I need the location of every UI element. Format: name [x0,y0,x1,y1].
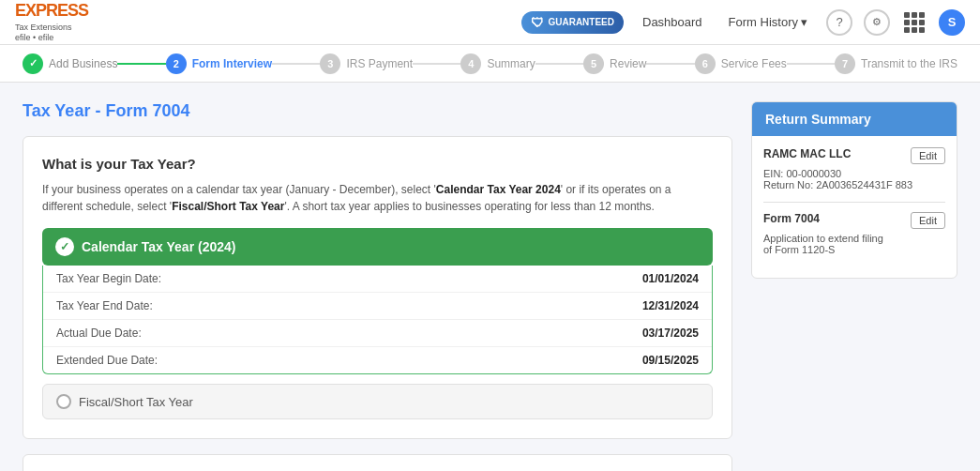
summary-body: RAMC MAC LLC Edit EIN: 00-0000030 Return… [752,136,957,278]
entity-return-no: Return No: 2A0036524431F 883 [763,179,945,190]
logo-text: EXPRESS [15,1,88,21]
dashboard-link[interactable]: Dashboard [635,11,710,33]
step-6-label: Service Fees [721,57,787,70]
form-edit-button[interactable]: Edit [911,212,945,229]
step-7-label: Transmit to the IRS [861,57,957,70]
step-line-3 [413,63,460,65]
tax-year-description: If your business operates on a calendar … [42,181,713,215]
tax-year-begin-row: Tax Year Begin Date: 01/01/2024 [43,266,712,293]
step-5-review[interactable]: 5 Review [583,53,646,74]
chevron-down-icon: ▾ [801,15,807,29]
tax-year-end-row: Tax Year End Date: 12/31/2024 [43,293,712,320]
return-summary-title: Return Summary [752,102,957,136]
step-line-5 [646,63,694,65]
page-title: Tax Year - Form 7004 [23,101,732,121]
entity-section: RAMC MAC LLC Edit EIN: 00-0000030 Return… [763,147,945,190]
step-1-number: ✓ [23,53,43,74]
help-icon-button[interactable]: ? [826,9,852,36]
grid-menu-button[interactable] [901,9,927,36]
step-2-label: Form Interview [192,57,272,70]
form-section: Form 7004 Edit Application to extend fil… [763,212,945,255]
calendar-option-label: Calendar Tax Year (2024) [82,239,235,254]
return-summary-card: Return Summary RAMC MAC LLC Edit EIN: 00… [751,101,957,279]
form-content: Tax Year - Form 7004 What is your Tax Ye… [23,101,732,471]
return-summary-sidebar: Return Summary RAMC MAC LLC Edit EIN: 00… [751,101,957,471]
step-3-irs-payment[interactable]: 3 IRS Payment [320,53,413,74]
calendar-tax-year-option[interactable]: ✓ Calendar Tax Year (2024) [42,228,713,266]
settings-icon: ⚙ [872,16,882,28]
step-4-number: 4 [460,53,481,74]
step-2-form-interview[interactable]: 2 Form Interview [166,53,272,74]
guaranteed-badge: 🛡 GUARANTEED [521,11,624,34]
tax-year-card: What is your Tax Year? If your business … [23,136,732,439]
step-7-number: 7 [835,53,855,74]
form-desc-1: Application to extend filing [763,233,945,244]
form-row: Form 7004 Edit [763,212,945,229]
calendar-details-table: Tax Year Begin Date: 01/01/2024 Tax Year… [42,266,713,374]
fiscal-tax-year-option[interactable]: Fiscal/Short Tax Year [42,384,713,419]
step-4-summary[interactable]: 4 Summary [460,53,535,74]
step-5-number: 5 [583,53,604,74]
fiscal-radio-button [56,394,71,409]
entity-ein: EIN: 00-0000030 [763,168,945,179]
step-line-1 [117,63,165,65]
stepper: ✓ Add Business 2 Form Interview 3 IRS Pa… [0,45,980,83]
form-history-button[interactable]: Form History ▾ [721,11,815,33]
extended-due-date-row: Extended Due Date: 09/15/2025 [43,347,712,373]
form-name: Form 7004 [763,212,820,225]
entity-row: RAMC MAC LLC Edit [763,147,945,164]
header: EXPRESS Tax Extensions efile • efile 🛡 G… [0,0,980,45]
return-option-card: Select the option based on your Return I… [23,454,732,471]
logo-sub: Tax Extensions efile • efile [15,23,88,43]
grid-icon [902,10,927,35]
user-avatar[interactable]: S [939,9,965,36]
step-3-number: 3 [320,53,340,74]
step-line-4 [535,63,583,65]
tax-year-card-title: What is your Tax Year? [42,156,713,172]
step-5-label: Review [610,57,646,70]
form-desc-2: of Form 1120-S [763,244,945,255]
step-1-add-business[interactable]: ✓ Add Business [23,53,117,74]
actual-due-date-row: Actual Due Date: 03/17/2025 [43,320,712,347]
step-3-label: IRS Payment [346,57,413,70]
fiscal-option-label: Fiscal/Short Tax Year [79,395,193,409]
step-4-label: Summary [487,57,535,70]
entity-edit-button[interactable]: Edit [911,147,945,164]
summary-divider [763,202,945,203]
step-7-transmit[interactable]: 7 Transmit to the IRS [835,53,957,74]
shield-icon: 🛡 [531,15,544,30]
entity-name: RAMC MAC LLC [763,147,851,160]
step-6-number: 6 [695,53,716,74]
step-line-6 [787,63,835,65]
step-line-2 [272,63,320,65]
main-content: Tax Year - Form 7004 What is your Tax Ye… [0,83,980,471]
settings-icon-button[interactable]: ⚙ [864,9,890,36]
step-2-number: 2 [166,53,187,74]
logo: EXPRESS Tax Extensions efile • efile [15,1,88,43]
check-circle-icon: ✓ [55,237,74,256]
step-6-service-fees[interactable]: 6 Service Fees [695,53,787,74]
step-1-label: Add Business [49,57,117,70]
